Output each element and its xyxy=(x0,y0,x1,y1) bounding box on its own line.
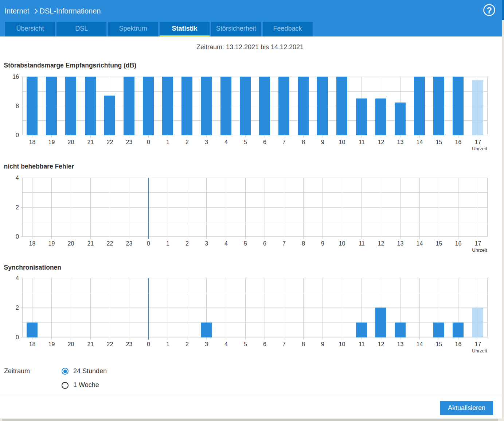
svg-text:8: 8 xyxy=(16,103,19,109)
svg-text:7: 7 xyxy=(282,139,286,145)
svg-text:4: 4 xyxy=(224,139,228,145)
svg-text:18: 18 xyxy=(29,139,36,145)
svg-text:6: 6 xyxy=(263,139,266,145)
svg-text:15: 15 xyxy=(436,240,442,247)
svg-text:13: 13 xyxy=(397,240,404,247)
svg-text:18: 18 xyxy=(29,341,36,347)
svg-text:10: 10 xyxy=(339,341,345,347)
svg-text:16: 16 xyxy=(455,139,462,145)
svg-text:0: 0 xyxy=(16,132,19,138)
svg-text:8: 8 xyxy=(302,240,305,247)
svg-text:15: 15 xyxy=(436,341,442,347)
svg-text:21: 21 xyxy=(87,240,94,247)
svg-text:0: 0 xyxy=(147,139,150,145)
svg-text:9: 9 xyxy=(321,341,324,347)
svg-text:0: 0 xyxy=(16,334,19,340)
svg-text:22: 22 xyxy=(107,240,113,247)
svg-text:0: 0 xyxy=(147,240,150,247)
svg-text:11: 11 xyxy=(359,341,365,347)
svg-text:0: 0 xyxy=(16,233,19,240)
svg-text:Uhrzeit: Uhrzeit xyxy=(472,146,487,151)
svg-text:21: 21 xyxy=(87,341,94,347)
svg-text:0: 0 xyxy=(147,341,150,347)
svg-text:5: 5 xyxy=(244,139,247,145)
svg-text:4: 4 xyxy=(224,240,228,247)
svg-text:8: 8 xyxy=(302,341,305,347)
svg-text:2: 2 xyxy=(16,305,19,311)
svg-text:11: 11 xyxy=(359,240,365,247)
svg-text:17: 17 xyxy=(475,341,481,347)
svg-text:16: 16 xyxy=(455,341,462,347)
svg-text:3: 3 xyxy=(205,240,208,247)
svg-text:12: 12 xyxy=(378,139,384,145)
svg-text:23: 23 xyxy=(126,240,133,247)
svg-text:7: 7 xyxy=(282,341,286,347)
svg-text:20: 20 xyxy=(68,240,74,247)
svg-text:14: 14 xyxy=(417,341,423,347)
svg-text:22: 22 xyxy=(107,139,113,145)
svg-text:11: 11 xyxy=(359,139,365,145)
svg-text:18: 18 xyxy=(29,240,36,247)
svg-text:Uhrzeit: Uhrzeit xyxy=(472,247,487,253)
svg-text:6: 6 xyxy=(263,341,266,347)
svg-text:14: 14 xyxy=(417,139,423,145)
svg-text:5: 5 xyxy=(244,240,247,247)
svg-text:2: 2 xyxy=(185,341,189,347)
svg-text:5: 5 xyxy=(244,341,247,347)
svg-text:17: 17 xyxy=(475,139,481,145)
svg-text:3: 3 xyxy=(205,341,208,347)
svg-text:9: 9 xyxy=(321,139,324,145)
svg-text:8: 8 xyxy=(302,139,305,145)
svg-text:7: 7 xyxy=(282,240,286,247)
svg-text:21: 21 xyxy=(87,139,94,145)
svg-text:4: 4 xyxy=(16,275,19,281)
svg-text:19: 19 xyxy=(48,139,55,145)
svg-text:23: 23 xyxy=(126,139,133,145)
svg-text:Uhrzeit: Uhrzeit xyxy=(472,348,487,354)
svg-text:6: 6 xyxy=(263,240,266,247)
svg-text:2: 2 xyxy=(16,204,19,210)
svg-text:16: 16 xyxy=(12,74,19,80)
svg-text:2: 2 xyxy=(185,139,189,145)
svg-text:17: 17 xyxy=(475,240,481,247)
svg-text:12: 12 xyxy=(378,240,384,247)
svg-text:9: 9 xyxy=(321,240,324,247)
svg-text:10: 10 xyxy=(339,139,345,145)
svg-text:19: 19 xyxy=(48,240,55,247)
svg-text:16: 16 xyxy=(455,240,462,247)
svg-text:19: 19 xyxy=(48,341,55,347)
svg-text:1: 1 xyxy=(166,341,169,347)
svg-text:2: 2 xyxy=(185,240,189,247)
svg-text:1: 1 xyxy=(166,240,169,247)
svg-text:20: 20 xyxy=(68,139,74,145)
svg-text:15: 15 xyxy=(436,139,442,145)
svg-text:12: 12 xyxy=(378,341,384,347)
svg-text:1: 1 xyxy=(166,139,169,145)
svg-text:14: 14 xyxy=(417,240,423,247)
svg-text:13: 13 xyxy=(397,341,404,347)
svg-text:4: 4 xyxy=(224,341,228,347)
svg-text:23: 23 xyxy=(126,341,133,347)
svg-text:10: 10 xyxy=(339,240,345,247)
svg-text:13: 13 xyxy=(397,139,404,145)
svg-text:4: 4 xyxy=(16,175,19,181)
svg-text:20: 20 xyxy=(68,341,74,347)
svg-text:22: 22 xyxy=(107,341,113,347)
svg-text:3: 3 xyxy=(205,139,208,145)
